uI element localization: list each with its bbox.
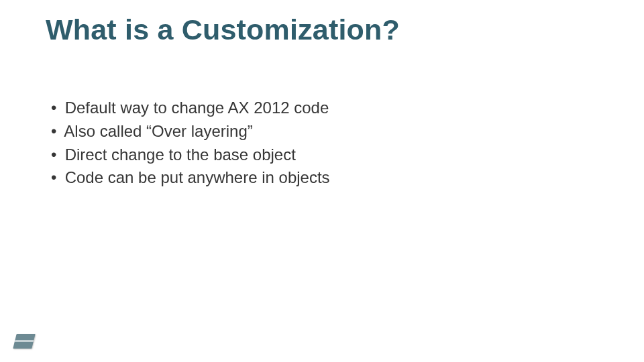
list-item: • Direct change to the base object [51,143,330,167]
bullet-text: Default way to change AX 2012 code [65,99,329,117]
bullet-icon: • [51,143,60,167]
bullet-text: Direct change to the base object [65,145,296,164]
list-item: • Default way to change AX 2012 code [51,97,330,120]
list-item: • Also called “Over layering” [51,120,330,143]
slide: What is a Customization? • Default way t… [0,0,644,362]
bullet-list: • Default way to change AX 2012 code • A… [51,97,330,190]
list-item: • Code can be put anywhere in objects [51,166,330,190]
slide-title: What is a Customization? [46,13,400,46]
brand-logo-icon [13,334,35,349]
bullet-icon: • [51,97,60,120]
bullet-text: Code can be put anywhere in objects [65,168,330,186]
bullet-text: Also called “Over layering” [64,122,252,140]
bullet-icon: • [51,120,60,143]
bullet-icon: • [51,166,60,190]
